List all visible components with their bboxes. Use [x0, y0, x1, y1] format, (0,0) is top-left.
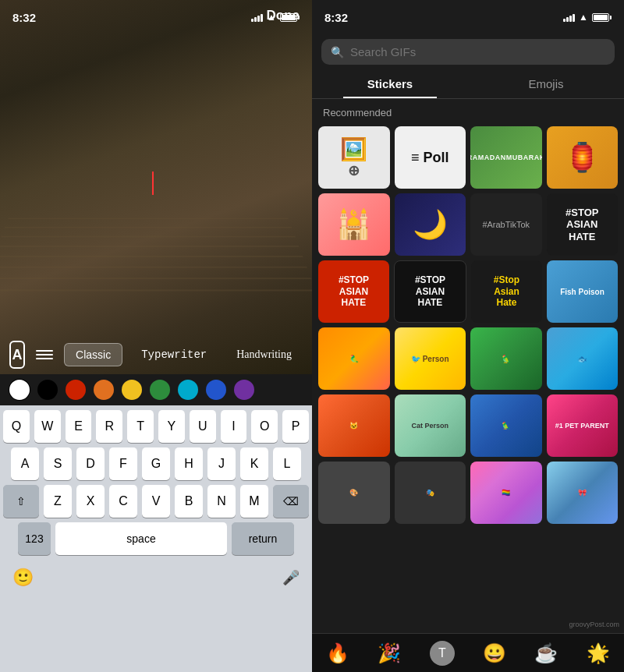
style-classic[interactable]: Classic [64, 343, 122, 366]
sticker-colorful-7[interactable]: 🦜 [470, 394, 542, 457]
emoji-party[interactable]: 🎉 [378, 642, 401, 664]
tab-stickers[interactable]: Stickers [312, 69, 468, 98]
key-Y[interactable]: Y [158, 410, 185, 443]
sticker-arab-tiktok[interactable]: #ArabTikTok [470, 193, 542, 256]
key-numbers[interactable]: 123 [18, 522, 51, 555]
style-handwriting[interactable]: Handwriting [225, 344, 303, 366]
color-blue[interactable] [206, 380, 226, 400]
search-bar[interactable]: 🔍 [321, 39, 615, 65]
sticker-row-2: 🕌 🌙 #ArabTikTok #STOPASIANHATE [318, 193, 618, 256]
emoji-smile[interactable]: 😀 [483, 642, 506, 664]
keyboard-row-3: ⇧ Z X C V B N M ⌫ [0, 480, 312, 518]
sticker-row-5: 🐱 Cat Person 🦜 #1 PET PARENT [318, 394, 618, 457]
sticker-colorful-6[interactable]: Cat Person [395, 394, 466, 457]
sticker-add-media[interactable]: 🖼️ ⊕ [318, 126, 390, 189]
colorful-3-label: 🦜 [502, 355, 511, 363]
sticker-colorful-2[interactable]: 🐦 Person [395, 327, 466, 390]
style-typewriter[interactable]: Typewriter [130, 344, 218, 366]
bottom-3-label: 🏳️‍🌈 [502, 489, 510, 497]
key-M[interactable]: M [240, 485, 268, 518]
key-Z[interactable]: Z [44, 485, 72, 518]
color-black[interactable] [37, 380, 58, 400]
sticker-lantern[interactable]: 🏮 [547, 126, 619, 189]
sticker-stop-1[interactable]: #STOPASIANHATE [547, 193, 619, 256]
sticker-bottom-2[interactable]: 🎭 [395, 462, 466, 524]
sticker-colorful-4[interactable]: 🐟 [547, 327, 619, 390]
key-backspace[interactable]: ⌫ [273, 485, 309, 518]
right-panel: 8:32 ▲ 🔍 Stickers Emojis Recommende [312, 0, 624, 672]
key-T[interactable]: T [127, 410, 154, 443]
text-style-button[interactable]: A [9, 341, 25, 369]
color-orange[interactable] [94, 380, 114, 400]
bottom-1-label: 🎨 [349, 489, 358, 497]
battery-icon-right [592, 13, 612, 22]
key-space[interactable]: space [55, 522, 227, 555]
color-white[interactable] [9, 380, 30, 400]
search-input[interactable] [350, 45, 605, 58]
sticker-moon[interactable]: 🌙 [395, 193, 466, 256]
sticker-fish-1[interactable]: Fish Poison [547, 260, 618, 323]
colorful-8-label: #1 PET PARENT [555, 422, 609, 430]
key-K[interactable]: K [240, 447, 268, 480]
ramadan-label: RAMADANMUBARAK [470, 154, 542, 161]
sticker-bottom-1[interactable]: 🎨 [318, 462, 390, 524]
emoji-fire[interactable]: 🔥 [326, 642, 349, 664]
colorful-1-label: 🦜 [346, 352, 362, 366]
key-return[interactable]: return [232, 522, 294, 555]
color-purple[interactable] [234, 380, 254, 400]
key-H[interactable]: H [175, 447, 203, 480]
colorful-6-label: Cat Person [411, 422, 448, 430]
emoji-coffee[interactable]: ☕ [534, 642, 558, 664]
key-shift[interactable]: ⇧ [3, 485, 39, 518]
color-green[interactable] [150, 380, 170, 400]
key-W[interactable]: W [34, 410, 61, 443]
stop-label-4: #StopAsianHate [494, 274, 519, 308]
emoji-text[interactable]: T [430, 641, 455, 666]
key-O[interactable]: O [251, 410, 278, 443]
key-L[interactable]: L [273, 447, 301, 480]
color-red[interactable] [66, 380, 86, 400]
sticker-poll[interactable]: ≡ Poll [395, 126, 466, 189]
key-U[interactable]: U [190, 410, 216, 443]
key-Q[interactable]: Q [3, 410, 30, 443]
key-S[interactable]: S [44, 447, 72, 480]
sticker-stop-4[interactable]: #StopAsianHate [471, 260, 542, 323]
sticker-colorful-1[interactable]: 🦜 [318, 327, 390, 390]
tab-emojis[interactable]: Emojis [468, 69, 624, 98]
keyboard-row-1: Q W E R T Y U I O P [0, 405, 312, 443]
key-A[interactable]: A [11, 447, 39, 480]
sticker-colorful-5[interactable]: 🐱 [318, 394, 390, 457]
sticker-colorful-3[interactable]: 🦜 [470, 327, 542, 390]
key-G[interactable]: G [142, 447, 170, 480]
emoji-star[interactable]: 🌟 [587, 642, 610, 664]
sticker-mosque[interactable]: 🕌 [318, 193, 390, 256]
key-X[interactable]: X [76, 485, 105, 518]
key-P[interactable]: P [282, 410, 309, 443]
sticker-stop-2[interactable]: #STOPASIANHATE [318, 260, 389, 323]
done-button[interactable]: Done [267, 8, 300, 23]
key-F[interactable]: F [109, 447, 137, 480]
key-V[interactable]: V [142, 485, 170, 518]
colorful-2-label: 🐦 Person [411, 355, 449, 363]
mic-button[interactable]: 🎤 [282, 569, 300, 586]
wifi-icon-right: ▲ [579, 12, 588, 23]
sticker-bottom-4[interactable]: 🎀 [547, 462, 619, 524]
colorful-4-label: 🐟 [577, 355, 587, 363]
key-I[interactable]: I [221, 410, 247, 443]
color-cyan[interactable] [178, 380, 198, 400]
key-C[interactable]: C [109, 485, 137, 518]
sticker-ramadan[interactable]: RAMADANMUBARAK [470, 126, 542, 189]
sticker-stop-3[interactable]: #STOPASIANHATE [394, 260, 466, 323]
key-R[interactable]: R [96, 410, 122, 443]
key-D[interactable]: D [76, 447, 105, 480]
keyboard-row-bottom: 123 space return [0, 518, 312, 555]
sticker-colorful-8[interactable]: #1 PET PARENT [547, 394, 619, 457]
key-J[interactable]: J [207, 447, 236, 480]
key-N[interactable]: N [207, 485, 236, 518]
emoji-button[interactable]: 🙂 [12, 568, 34, 588]
color-yellow[interactable] [122, 380, 142, 400]
sticker-bottom-3[interactable]: 🏳️‍🌈 [470, 462, 542, 524]
text-align-button[interactable] [33, 347, 56, 363]
key-E[interactable]: E [66, 410, 92, 443]
key-B[interactable]: B [175, 485, 203, 518]
